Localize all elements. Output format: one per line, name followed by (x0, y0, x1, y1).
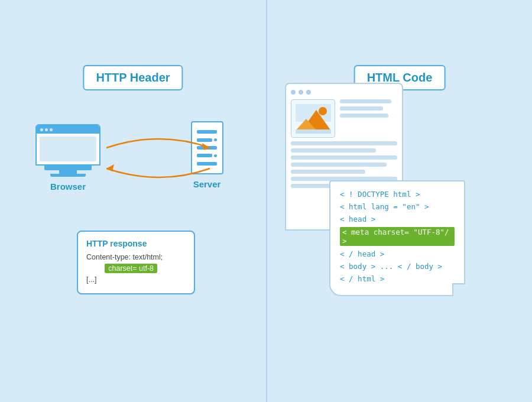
doc-top-bar (291, 90, 397, 95)
arrows-container (100, 136, 219, 183)
response-highlight: charset= utf-8 (105, 264, 157, 273)
code-line-7: < / html > (340, 274, 455, 283)
left-title: HTTP Header (83, 65, 183, 90)
svg-rect-7 (296, 129, 331, 134)
browser-icon: Browser (33, 124, 103, 192)
http-response-box: HTTP response Content-type: text/html; c… (77, 231, 195, 294)
response-line1: Content-type: text/html; (86, 253, 186, 261)
code-line-1: < ! DOCTYPE html > (340, 190, 455, 199)
doc-lines (340, 99, 397, 121)
code-line-6: < body > ... < / body > (340, 262, 455, 271)
svg-point-4 (319, 107, 327, 115)
left-panel: HTTP Header Browser (0, 0, 266, 402)
code-line-2: < html lang = "en" > (340, 202, 455, 211)
code-line-highlighted: < meta charset= "UTF-8"/ > (340, 227, 455, 246)
code-line-5: < / head > (340, 249, 455, 258)
response-line2: charset= utf-8 (86, 264, 186, 273)
response-line3: [...] (86, 275, 186, 284)
doc-image (291, 99, 335, 138)
code-box: < ! DOCTYPE html > < html lang = "en" > … (329, 180, 465, 296)
response-title: HTTP response (86, 239, 186, 248)
browser-label: Browser (33, 181, 103, 192)
code-line-3: < head > (340, 215, 455, 223)
right-panel: HTML Code (267, 0, 532, 402)
